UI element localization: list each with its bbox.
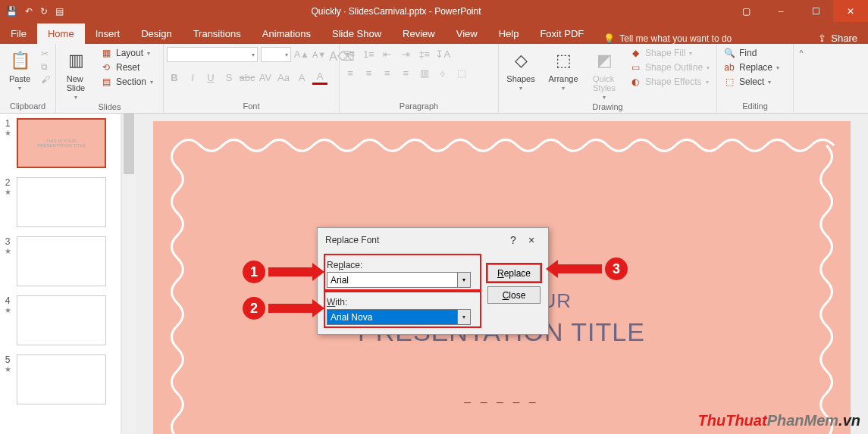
shape-effects-button[interactable]: ◐Shape Effects▾ [626, 76, 713, 88]
case-icon[interactable]: Aa [276, 70, 291, 85]
tab-insert[interactable]: Insert [85, 23, 131, 44]
replace-icon: ab [723, 62, 735, 73]
start-slideshow-icon[interactable]: ▤ [55, 6, 64, 17]
replace-button[interactable]: abReplace▾ [720, 61, 782, 73]
maximize-icon[interactable]: ☐ [798, 0, 833, 22]
slide-thumb-4[interactable]: 4★ [3, 295, 118, 345]
with-font-combo[interactable]: Arial Nova ▾ [327, 309, 471, 325]
reset-button[interactable]: ⟲Reset [97, 61, 156, 73]
align-left-icon[interactable]: ≡ [343, 66, 358, 80]
grow-font-icon[interactable]: A▲ [294, 47, 309, 64]
smartart-icon[interactable]: ⬚ [454, 66, 469, 80]
share-button[interactable]: ⇪Share [807, 33, 868, 44]
text-direction-icon[interactable]: ↧A [435, 48, 450, 61]
dialog-replace-button[interactable]: Replace [487, 264, 541, 282]
bold-icon[interactable]: B [167, 70, 182, 85]
align-text-icon[interactable]: ⎀ [435, 66, 450, 80]
copy-icon[interactable]: ⧉ [41, 61, 50, 72]
tab-design[interactable]: Design [130, 23, 182, 44]
font-color-icon[interactable]: A [312, 70, 327, 85]
tab-view[interactable]: View [446, 23, 488, 44]
tab-home[interactable]: Home [37, 23, 85, 44]
tab-slideshow[interactable]: Slide Show [321, 23, 392, 44]
slide-thumb-2[interactable]: 2★ [3, 177, 118, 227]
quickstyles-icon: ◩ [592, 48, 616, 73]
collapse-ribbon-icon[interactable]: ˄ [793, 44, 808, 113]
dialog-close-icon[interactable]: × [522, 234, 541, 246]
outdent-icon[interactable]: ⇤ [380, 48, 395, 61]
indent-icon[interactable]: ⇥ [398, 48, 413, 61]
justify-icon[interactable]: ≡ [398, 66, 413, 80]
save-icon[interactable]: 💾 [6, 6, 17, 17]
shrink-font-icon[interactable]: A▼ [312, 47, 326, 64]
quickstyles-button[interactable]: ◩ Quick Styles▾ [587, 47, 622, 101]
replace-font-combo[interactable]: Arial ▾ [327, 272, 471, 288]
strike-icon[interactable]: abc [240, 70, 255, 85]
align-right-icon[interactable]: ≡ [380, 66, 395, 80]
tab-transitions[interactable]: Transitions [183, 23, 252, 44]
slide-thumbnails: 1★THIS IS YOURPRESENTATION TITLE2★3★4★5★ [0, 114, 121, 434]
highlight-icon[interactable]: A [294, 70, 309, 85]
tab-help[interactable]: Help [488, 23, 530, 44]
find-label: Find [739, 48, 757, 58]
shapes-icon: ◇ [509, 48, 533, 73]
new-slide-button[interactable]: ▥ New Slide ▾ [59, 47, 92, 101]
thumb-number: 4★ [3, 295, 12, 345]
format-painter-icon[interactable]: 🖌 [41, 74, 50, 85]
shadow-icon[interactable]: S [221, 70, 237, 85]
linespace-icon[interactable]: ‡≡ [417, 48, 432, 61]
tab-file[interactable]: File [0, 23, 37, 44]
slide-thumb-5[interactable]: 5★ [3, 354, 118, 404]
spacing-icon[interactable]: AV [258, 70, 273, 85]
dialog-help-icon[interactable]: ? [504, 234, 522, 246]
effects-icon: ◐ [629, 76, 641, 87]
minimize-icon[interactable]: – [763, 0, 798, 22]
tellme[interactable]: 💡Tell me what you want to do [594, 33, 741, 44]
close-icon[interactable]: ✕ [833, 0, 868, 22]
ribbon-options-icon[interactable]: ▢ [729, 0, 763, 22]
thumb-scrollbar[interactable] [121, 114, 135, 434]
font-family-input[interactable]: ▾ [167, 47, 258, 62]
arrange-icon: ⬚ [551, 48, 575, 73]
section-button[interactable]: ▤Section▾ [97, 76, 156, 88]
paste-button[interactable]: 📋 Paste ▾ [3, 47, 36, 92]
slide-thumb-3[interactable]: 3★ [3, 236, 118, 286]
thumb-number: 5★ [3, 354, 12, 404]
fill-icon: ◆ [629, 48, 641, 58]
reset-label: Reset [116, 62, 139, 73]
arrange-button[interactable]: ⬚ Arrange▾ [544, 47, 582, 92]
underline-icon[interactable]: U [203, 70, 218, 85]
group-editing-label: Editing [720, 100, 790, 113]
new-slide-icon: ▥ [64, 48, 88, 73]
slide-thumb-1[interactable]: 1★THIS IS YOURPRESENTATION TITLE [3, 118, 118, 168]
layout-button[interactable]: ▦Layout▾ [97, 47, 156, 59]
numbering-icon[interactable]: 1≡ [361, 48, 376, 61]
shapes-button[interactable]: ◇ Shapes▾ [502, 47, 540, 92]
outline-icon: ▭ [629, 62, 641, 73]
chevron-down-icon[interactable]: ▾ [457, 310, 470, 324]
undo-icon[interactable]: ↶ [25, 6, 33, 17]
outline-label: Shape Outline [645, 62, 703, 73]
group-slides-label: Slides [59, 101, 160, 114]
cut-icon[interactable]: ✂ [41, 48, 50, 59]
find-button[interactable]: 🔍Find [720, 47, 782, 59]
italic-icon[interactable]: I [185, 70, 200, 85]
bullets-icon[interactable]: •≡ [343, 48, 358, 61]
tab-foxit[interactable]: Foxit PDF [529, 23, 594, 44]
effects-label: Shape Effects [645, 76, 702, 87]
select-button[interactable]: ⬚Select▾ [720, 76, 782, 88]
thumb-preview [17, 354, 106, 404]
arrow-left-icon [556, 264, 602, 273]
thumb-number: 1★ [3, 118, 12, 168]
tab-animations[interactable]: Animations [252, 23, 321, 44]
dialog-close-button[interactable]: Close [487, 286, 541, 304]
chevron-down-icon[interactable]: ▾ [457, 273, 470, 287]
thumb-number: 3★ [3, 236, 12, 286]
align-center-icon[interactable]: ≡ [361, 66, 376, 80]
font-size-input[interactable]: ▾ [261, 47, 291, 62]
columns-icon[interactable]: ▥ [417, 66, 432, 80]
redo-icon[interactable]: ↻ [40, 6, 48, 17]
shape-fill-button[interactable]: ◆Shape Fill▾ [626, 47, 713, 59]
tab-review[interactable]: Review [392, 23, 446, 44]
shape-outline-button[interactable]: ▭Shape Outline▾ [626, 61, 713, 73]
